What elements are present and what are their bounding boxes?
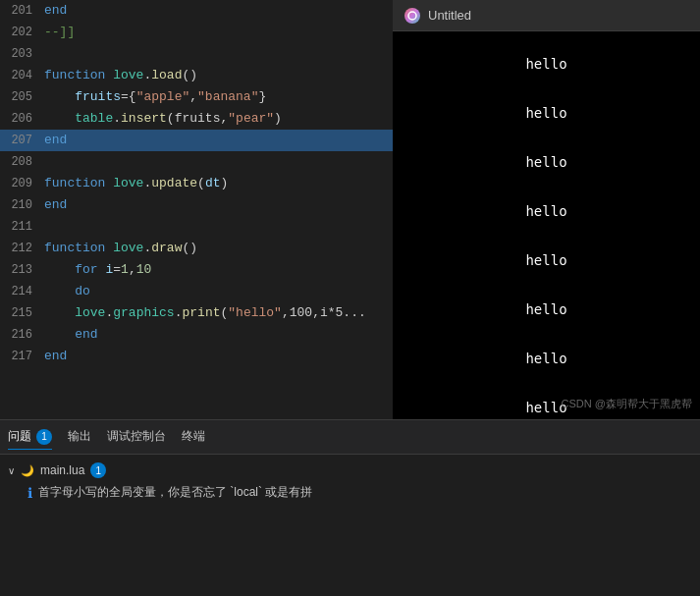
code-line-213: 213 for i=1,10 (0, 259, 393, 281)
code-line-216: 216 end (0, 324, 393, 346)
code-line-211: 211 (0, 216, 393, 238)
code-line-217: 217 end (0, 346, 393, 367)
code-line-206: 206 table.insert(fruits,"pear") (0, 108, 393, 130)
output-title: Untitled (428, 8, 471, 23)
tab-problems-label: 问题 (8, 428, 31, 445)
hello-7: hello (393, 334, 700, 383)
file-lua-icon: 🌙 (21, 464, 34, 477)
bottom-panel: 问题 1 输出 调试控制台 终端 ∨ 🌙 main.lua 1 ℹ 首字母小写的… (0, 419, 700, 596)
problems-badge: 1 (36, 429, 52, 445)
code-line-209: 209 function love.update(dt) (0, 173, 393, 194)
tab-debug-label: 调试控制台 (107, 428, 166, 445)
code-line-207: 207 end (0, 130, 393, 151)
code-line-210: 210 end (0, 194, 393, 216)
hello-2: hello (393, 88, 700, 137)
tab-debug-console[interactable]: 调试控制台 (107, 424, 166, 450)
tab-problems[interactable]: 问题 1 (8, 424, 52, 450)
hello-3: hello (393, 137, 700, 187)
code-content: 201 end 202 --]] 203 204 function love.l… (0, 0, 393, 419)
tab-output-label: 输出 (68, 428, 91, 445)
code-line-215: 215 love.graphics.print("hello",100,i*5.… (0, 302, 393, 324)
code-line-205: 205 fruits={"apple","banana"} (0, 86, 393, 108)
warning-item: ℹ 首字母小写的全局变量，你是否忘了 `local` 或是有拼 (8, 480, 692, 505)
code-line-208: 208 (0, 151, 393, 173)
app-icon (404, 8, 420, 24)
code-line-203: 203 (0, 43, 393, 65)
hello-5: hello (393, 236, 700, 285)
tab-terminal[interactable]: 终端 (182, 424, 205, 450)
output-content: hello hello hello hello hello hello hell… (393, 31, 700, 419)
hello-6: hello (393, 285, 700, 334)
bottom-tabs: 问题 1 输出 调试控制台 终端 (0, 420, 700, 455)
code-line-214: 214 do (0, 281, 393, 302)
watermark: CSDN @森明帮大于黑虎帮 (562, 397, 692, 411)
hello-4: hello (393, 187, 700, 236)
info-icon: ℹ (27, 485, 32, 501)
warning-text: 首字母小写的全局变量，你是否忘了 `local` 或是有拼 (38, 484, 312, 501)
code-line-202: 202 --]] (0, 22, 393, 43)
tab-output[interactable]: 输出 (68, 424, 91, 450)
file-badge: 1 (90, 462, 106, 478)
output-window: Untitled hello hello hello hello hello h… (393, 0, 700, 419)
output-titlebar: Untitled (393, 0, 700, 31)
file-item[interactable]: ∨ 🌙 main.lua 1 (8, 461, 692, 480)
hello-1: hello (393, 39, 700, 88)
chevron-down-icon: ∨ (8, 465, 15, 476)
code-line-201: 201 end (0, 0, 393, 22)
code-editor[interactable]: 201 end 202 --]] 203 204 function love.l… (0, 0, 393, 419)
code-line-212: 212 function love.draw() (0, 238, 393, 259)
output-window-wrapper: Untitled hello hello hello hello hello h… (393, 0, 700, 419)
code-line-204: 204 function love.load() (0, 65, 393, 86)
svg-point-0 (408, 12, 416, 20)
bottom-content: ∨ 🌙 main.lua 1 ℹ 首字母小写的全局变量，你是否忘了 `local… (0, 455, 700, 596)
file-name: main.lua (40, 463, 84, 477)
tab-terminal-label: 终端 (182, 428, 205, 445)
